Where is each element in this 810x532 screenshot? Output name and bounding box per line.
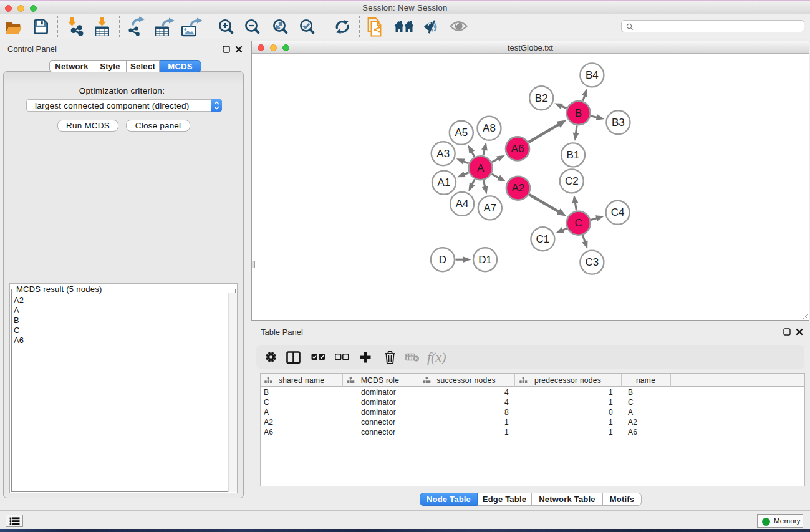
- svg-text:B2: B2: [535, 92, 548, 104]
- svg-text:B: B: [575, 107, 582, 119]
- svg-text:B3: B3: [612, 117, 625, 128]
- svg-text:A3: A3: [436, 148, 450, 160]
- svg-text:A: A: [477, 162, 485, 174]
- svg-text:C1: C1: [536, 233, 550, 245]
- svg-text:A4: A4: [456, 198, 469, 210]
- svg-text:C2: C2: [565, 175, 579, 187]
- svg-text:A7: A7: [483, 202, 496, 214]
- svg-text:B4: B4: [586, 69, 599, 81]
- svg-text:A1: A1: [438, 177, 451, 188]
- svg-text:A8: A8: [483, 122, 496, 134]
- svg-text:A5: A5: [455, 127, 468, 138]
- svg-text:A6: A6: [511, 143, 524, 155]
- svg-text:C4: C4: [611, 206, 625, 218]
- svg-text:A2: A2: [512, 182, 525, 194]
- svg-text:C3: C3: [586, 256, 599, 268]
- svg-text:B1: B1: [567, 149, 580, 161]
- svg-text:D: D: [439, 254, 446, 266]
- svg-text:C: C: [575, 217, 582, 229]
- svg-text:D1: D1: [478, 254, 492, 266]
